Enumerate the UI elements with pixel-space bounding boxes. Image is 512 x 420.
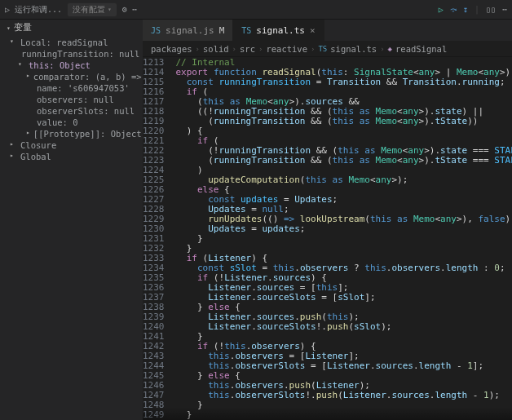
js-file-icon: JS bbox=[151, 26, 161, 35]
var-runningTransition[interactable]: runningTransition: null bbox=[2, 48, 143, 60]
chevron-right-icon: › bbox=[232, 45, 236, 53]
chevron-right-icon: › bbox=[380, 45, 384, 53]
breadcrumb-item[interactable]: signal.ts bbox=[330, 44, 377, 54]
top-toolbar: ▷ 运行和调... 没有配置 ▾ ⚙ ⋯ ▷ ⤼ ↧ | ▯▯ ⋯ bbox=[0, 0, 512, 20]
continue-icon[interactable]: ▷ bbox=[439, 5, 444, 14]
editor-toolbar: ▷ ⤼ ↧ | ▯▯ ⋯ bbox=[439, 5, 507, 14]
chevron-right-icon: ▸ bbox=[26, 72, 30, 82]
editor-area: JS signal.js M TS signal.ts × packages› … bbox=[143, 20, 512, 420]
step-over-icon[interactable]: ⤼ bbox=[450, 5, 457, 14]
var-comparator[interactable]: ▸comparator: (a, b) => a === b bbox=[2, 71, 143, 82]
tab-label: signal.js bbox=[166, 25, 214, 36]
chevron-right-icon: ▸ bbox=[26, 129, 30, 139]
var-value[interactable]: value: 0 bbox=[2, 117, 143, 128]
split-editor-icon[interactable]: ▯▯ bbox=[486, 5, 496, 14]
step-into-icon[interactable]: ↧ bbox=[463, 5, 468, 14]
modified-badge: M bbox=[219, 25, 225, 36]
variables-section-header[interactable]: ▾ 变量 bbox=[0, 20, 143, 37]
chevron-down-icon: ▾ bbox=[18, 60, 25, 70]
run-debug-label: 运行和调... bbox=[15, 4, 62, 15]
code-content[interactable]: // Internal export function readSignal(t… bbox=[176, 57, 513, 420]
separator: | bbox=[474, 5, 479, 14]
variables-tree: ▾Local: readSignal runningTransition: nu… bbox=[0, 37, 143, 162]
var-name[interactable]: name: 's606947053' bbox=[2, 82, 143, 94]
line-number-gutter[interactable]: 1213 1214 1215 1216 1217 1218 1219 1220 … bbox=[143, 57, 176, 420]
config-dropdown[interactable]: 没有配置 ▾ bbox=[67, 2, 117, 17]
breadcrumb-item[interactable]: src bbox=[240, 44, 255, 54]
more-actions-icon[interactable]: ⋯ bbox=[502, 5, 507, 14]
var-this[interactable]: ▾this: Object bbox=[2, 60, 143, 71]
chevron-right-icon: ▸ bbox=[10, 152, 17, 161]
breadcrumb-item[interactable]: packages bbox=[151, 44, 192, 54]
chevron-down-icon: ▾ bbox=[108, 6, 112, 13]
gear-icon[interactable]: ⚙ bbox=[122, 5, 127, 14]
chevron-right-icon: › bbox=[196, 45, 200, 53]
tab-label: signal.ts bbox=[256, 25, 305, 36]
code-editor[interactable]: ▷ 1213 1214 1215 1216 1217 1218 1219 122… bbox=[143, 57, 512, 420]
scope-local[interactable]: ▾Local: readSignal bbox=[2, 37, 143, 48]
chevron-down-icon: ▾ bbox=[10, 38, 17, 47]
tab-signal-ts[interactable]: TS signal.ts × bbox=[233, 20, 324, 41]
variables-title: 变量 bbox=[14, 22, 32, 33]
scope-global[interactable]: ▸Global bbox=[2, 151, 143, 162]
ts-file-icon: TS bbox=[318, 45, 327, 53]
run-icon[interactable]: ▷ bbox=[5, 5, 10, 14]
chevron-right-icon: › bbox=[311, 45, 315, 53]
ellipsis-icon[interactable]: ⋯ bbox=[132, 5, 137, 14]
config-dropdown-label: 没有配置 bbox=[73, 4, 105, 15]
breadcrumb-item[interactable]: solid bbox=[203, 44, 229, 54]
scope-closure[interactable]: ▸Closure bbox=[2, 139, 143, 151]
tab-signal-js[interactable]: JS signal.js M bbox=[143, 20, 233, 41]
var-observerSlots[interactable]: observerSlots: null bbox=[2, 105, 143, 117]
chevron-down-icon: ▾ bbox=[7, 24, 11, 32]
breadcrumb-item[interactable]: reactive bbox=[266, 44, 307, 54]
chevron-right-icon: › bbox=[258, 45, 263, 53]
debug-sidebar: ▾ 变量 ▾Local: readSignal runningTransitio… bbox=[0, 20, 143, 420]
breadcrumb-item[interactable]: readSignal bbox=[395, 44, 447, 54]
editor-tabs: JS signal.js M TS signal.ts × bbox=[143, 20, 512, 41]
function-icon: ◈ bbox=[388, 45, 392, 53]
var-prototype[interactable]: ▸[[Prototype]]: Object bbox=[2, 128, 143, 139]
ts-file-icon: TS bbox=[241, 26, 251, 35]
chevron-right-icon: ▸ bbox=[10, 140, 17, 150]
var-observers[interactable]: observers: null bbox=[2, 94, 143, 105]
breadcrumbs[interactable]: packages› solid› src› reactive› TS signa… bbox=[143, 41, 512, 57]
close-icon[interactable]: × bbox=[310, 25, 316, 36]
